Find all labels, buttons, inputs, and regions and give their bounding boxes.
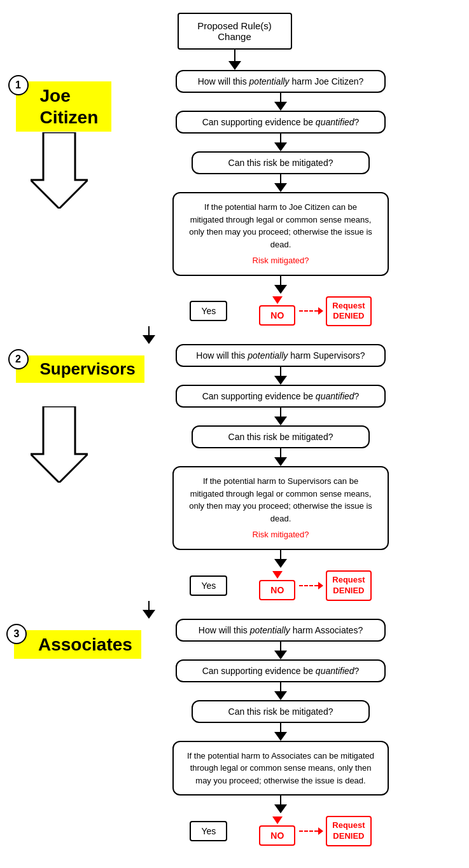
svg-marker-0 <box>31 132 88 209</box>
section-1-q1: How will this potentially harm Joe Citiz… <box>176 70 386 93</box>
start-box: Proposed Rule(s)Change <box>178 13 292 50</box>
section-3-number: 3 <box>6 624 27 644</box>
big-arrow-1 <box>31 132 88 209</box>
section-3-no: NO <box>259 825 295 846</box>
section-2-denied: RequestDENIED <box>326 570 371 601</box>
section-3-label: Associates <box>14 630 141 659</box>
section-2-yes: Yes <box>190 575 227 596</box>
section-2-q3: Can this risk be mitigated? <box>192 425 370 448</box>
section-3-q2: Can supporting evidence be quantified? <box>176 659 386 682</box>
section-2-info: If the potential harm to Supervisors can… <box>172 466 389 550</box>
section-1-risk-label: Risk mitigated? <box>186 254 375 267</box>
section-3-q3: Can this risk be mitigated? <box>192 700 370 723</box>
section-1-q2: Can supporting evidence be quantified? <box>176 111 386 134</box>
section-1-number: 1 <box>8 75 29 95</box>
flowchart: Proposed Rule(s)Change 1 Joe Citizen <box>0 0 469 859</box>
big-arrow-2 <box>31 406 88 483</box>
section-1-yes: Yes <box>190 301 227 321</box>
section-3-denied: RequestDENIED <box>326 816 371 846</box>
section-3-q1: How will this potentially harm Associate… <box>176 619 386 642</box>
section-2-number: 2 <box>8 349 29 369</box>
svg-marker-1 <box>31 406 88 483</box>
section-3-yes: Yes <box>190 821 227 841</box>
section-1-q3: Can this risk be mitigated? <box>192 151 370 174</box>
section-1-no: NO <box>259 305 295 326</box>
section-1-label: Joe Citizen <box>16 81 111 132</box>
section-2-q2: Can supporting evidence be quantified? <box>176 385 386 408</box>
section-2-q1: How will this potentially harm Superviso… <box>176 344 386 367</box>
section-2-label: Supervisors <box>16 355 144 383</box>
section-3-info: If the potential harm to Associates can … <box>172 741 389 796</box>
section-2-risk-label: Risk mitigated? <box>186 528 375 541</box>
section-1-denied: RequestDENIED <box>326 296 371 327</box>
section-1-info: If the potential harm to Joe Citizen can… <box>172 192 389 276</box>
section-2-no: NO <box>259 580 295 600</box>
